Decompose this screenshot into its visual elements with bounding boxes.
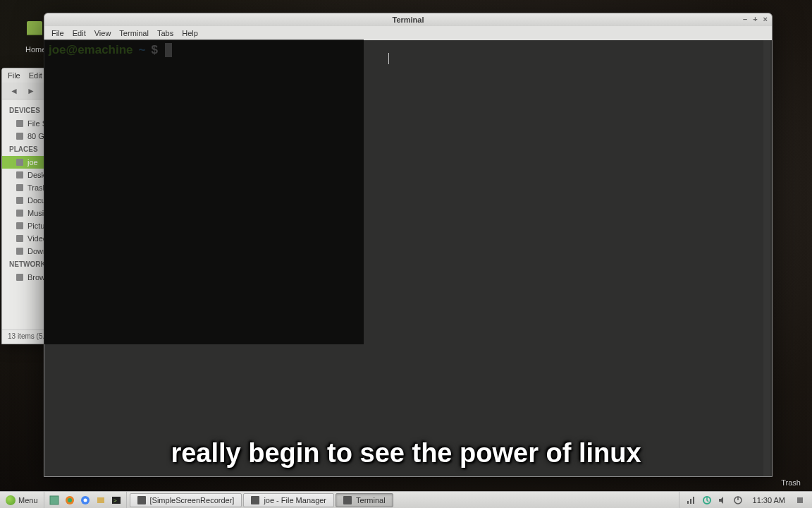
start-menu-button[interactable]: Menu <box>0 492 44 508</box>
app-icon <box>343 496 352 504</box>
term-menu-view[interactable]: View <box>94 29 111 37</box>
folder-icon <box>16 222 23 229</box>
folder-icon <box>16 133 23 140</box>
folder-icon <box>16 120 23 127</box>
term-menu-file[interactable]: File <box>51 29 64 37</box>
chrome-icon[interactable] <box>78 493 92 507</box>
terminal-scrollbar[interactable] <box>763 40 770 476</box>
quick-launch: > <box>44 492 127 508</box>
svg-rect-0 <box>50 496 59 504</box>
terminal-body[interactable]: joe@emachine ~ $ <box>44 40 772 476</box>
network-icon[interactable] <box>687 495 696 505</box>
power-icon[interactable] <box>733 495 743 505</box>
task-joe-file-manager[interactable]: joe - File Manager <box>243 493 334 507</box>
nav-forward-button[interactable]: ► <box>25 85 37 97</box>
terminal-window[interactable]: Terminal – + × FileEditViewTerminalTabsH… <box>44 13 773 477</box>
folder-icon <box>16 235 23 242</box>
folder-icon <box>16 248 23 255</box>
system-tray: 11:30 AM <box>679 492 812 508</box>
taskbar: Menu > [SimpleScreenRecorder]joe - File … <box>0 491 812 508</box>
prompt-user-host: joe@emachine <box>49 43 133 57</box>
show-desktop-icon[interactable] <box>47 493 61 507</box>
prompt-symbol: $ <box>152 43 158 57</box>
terminal-title: Terminal <box>392 16 424 24</box>
volume-icon[interactable] <box>718 495 727 505</box>
window-maximize-button[interactable]: + <box>753 15 757 23</box>
window-close-button[interactable]: × <box>763 15 768 23</box>
folder-icon <box>16 184 23 191</box>
fm-menu-edit[interactable]: Edit <box>29 71 42 80</box>
task--simplescreenrecorder-[interactable]: [SimpleScreenRecorder] <box>130 493 242 507</box>
app-icon <box>251 496 259 504</box>
terminal-launcher-icon[interactable]: > <box>109 493 123 507</box>
term-menu-tabs[interactable]: Tabs <box>157 29 173 37</box>
svg-point-4 <box>83 498 87 502</box>
task-terminal[interactable]: Terminal <box>336 493 393 507</box>
term-menu-terminal[interactable]: Terminal <box>119 29 149 37</box>
terminal-titlebar[interactable]: Terminal – + × <box>44 13 772 26</box>
folder-icon <box>16 274 23 281</box>
window-minimize-button[interactable]: – <box>743 15 747 23</box>
fm-menu-file[interactable]: File <box>8 71 20 80</box>
svg-point-2 <box>68 498 72 502</box>
folder-icon <box>16 171 23 179</box>
home-folder-icon[interactable] <box>27 21 42 34</box>
terminal-cursor <box>165 43 172 57</box>
clock[interactable]: 11:30 AM <box>749 496 789 504</box>
text-caret-icon <box>388 53 389 64</box>
folder-icon <box>16 159 23 166</box>
taskbar-tasks: [SimpleScreenRecorder]joe - File Manager… <box>127 492 679 508</box>
svg-text:>: > <box>113 497 117 504</box>
mint-logo-icon <box>6 495 16 505</box>
scrollbar-thumb[interactable] <box>765 43 769 71</box>
trash-label[interactable]: Trash <box>781 478 801 487</box>
svg-rect-11 <box>797 497 803 503</box>
start-menu-label: Menu <box>18 496 38 504</box>
folder-icon <box>16 210 23 217</box>
session-icon[interactable] <box>795 495 805 505</box>
svg-rect-5 <box>97 497 104 503</box>
updates-icon[interactable] <box>702 495 712 505</box>
folder-icon <box>16 197 23 204</box>
terminal-prompt: joe@emachine ~ $ <box>49 43 768 57</box>
terminal-menubar: FileEditViewTerminalTabsHelp <box>44 26 772 40</box>
prompt-path: ~ <box>139 43 146 57</box>
term-menu-edit[interactable]: Edit <box>73 29 86 37</box>
term-menu-help[interactable]: Help <box>182 29 198 37</box>
files-icon[interactable] <box>94 493 108 507</box>
firefox-icon[interactable] <box>63 493 77 507</box>
home-folder-label: Home <box>25 45 46 54</box>
app-icon <box>137 496 146 504</box>
nav-back-button[interactable]: ◄ <box>8 85 20 97</box>
